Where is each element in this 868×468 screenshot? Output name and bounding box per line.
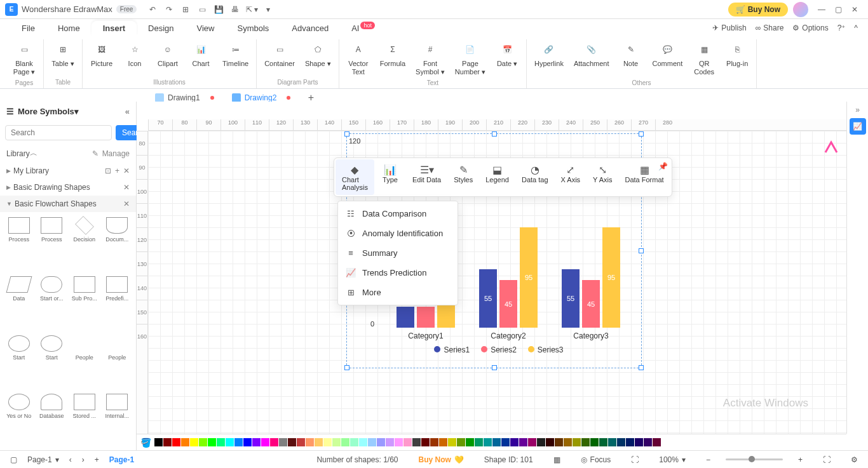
undo-button[interactable]: ↶ bbox=[144, 1, 161, 18]
color-swatch[interactable] bbox=[644, 438, 652, 446]
ribbon-note[interactable]: ✎Note bbox=[614, 39, 648, 78]
ai-corner-icon[interactable] bbox=[824, 140, 839, 155]
color-swatch[interactable] bbox=[510, 438, 519, 446]
color-swatch[interactable] bbox=[501, 438, 510, 446]
color-swatch[interactable] bbox=[208, 438, 216, 446]
ribbon-comment[interactable]: 💬Comment bbox=[648, 39, 688, 78]
color-swatch[interactable] bbox=[484, 438, 492, 446]
menu-trends-prediction[interactable]: 📈Trends Prediction bbox=[338, 263, 458, 283]
zoom-slider[interactable] bbox=[726, 458, 783, 460]
menu-more[interactable]: ⊞More bbox=[338, 283, 458, 302]
legend-item[interactable]: Series1 bbox=[434, 345, 470, 354]
color-swatch[interactable] bbox=[457, 438, 465, 446]
color-swatch[interactable] bbox=[377, 438, 385, 446]
pin-icon[interactable]: 📌 bbox=[658, 162, 668, 171]
ftb-chart-analysis[interactable]: ◆ChartAnalysis bbox=[336, 159, 374, 195]
resize-handle[interactable] bbox=[344, 365, 349, 370]
lib-plus-icon[interactable]: + bbox=[115, 166, 119, 175]
color-swatch[interactable] bbox=[297, 438, 305, 446]
resize-handle[interactable] bbox=[639, 365, 644, 370]
library-header[interactable]: Library ︿✎ Manage bbox=[0, 144, 136, 163]
manage-library[interactable]: ✎ Manage bbox=[92, 149, 130, 158]
resize-handle[interactable] bbox=[344, 131, 349, 137]
ribbon-picture[interactable]: 🖼Picture bbox=[85, 39, 118, 77]
ftb-styles[interactable]: ✎Styles bbox=[447, 159, 479, 195]
basic-flowchart-shapes[interactable]: ▼Basic Flowchart Shapes✕ bbox=[0, 196, 136, 212]
focus-button[interactable]: ◎ Focus bbox=[576, 455, 616, 464]
color-swatch[interactable] bbox=[199, 438, 207, 446]
bar[interactable]: 95 bbox=[602, 227, 620, 328]
color-swatch[interactable] bbox=[279, 438, 287, 446]
ribbon-icon[interactable]: ☆Icon bbox=[118, 39, 151, 77]
layers-button[interactable]: ▦ bbox=[548, 455, 566, 464]
ftb-edit-data[interactable]: ☰▾Edit Data bbox=[406, 159, 447, 195]
color-swatch[interactable] bbox=[315, 438, 323, 446]
color-swatch[interactable] bbox=[439, 438, 447, 446]
color-swatch[interactable] bbox=[555, 438, 563, 446]
shape-yesorno[interactable]: Yes or No bbox=[4, 391, 34, 448]
ribbon-timeline[interactable]: ≔Timeline bbox=[217, 39, 254, 77]
fullscreen-button[interactable]: ⛶ bbox=[818, 455, 836, 464]
color-swatch[interactable] bbox=[581, 438, 590, 446]
menu-advanced[interactable]: Advanced bbox=[280, 21, 340, 36]
maximize-button[interactable]: ▢ bbox=[830, 1, 846, 18]
menu-view[interactable]: View bbox=[186, 21, 226, 36]
color-swatch[interactable] bbox=[359, 438, 367, 446]
color-swatch[interactable] bbox=[448, 438, 456, 446]
menu-file[interactable]: File bbox=[10, 21, 46, 36]
prev-page-button[interactable]: ‹ bbox=[64, 455, 77, 464]
color-swatch[interactable] bbox=[466, 438, 474, 446]
color-swatch[interactable] bbox=[386, 438, 394, 446]
ribbon-page-number[interactable]: 📄PageNumber ▾ bbox=[450, 39, 491, 78]
color-swatch[interactable] bbox=[626, 438, 634, 446]
ribbon-plug-in[interactable]: ⎘Plug-in bbox=[721, 39, 754, 78]
buy-now-button[interactable]: 🛒 Buy Now bbox=[728, 3, 788, 17]
fill-tool-icon[interactable]: 🪣 bbox=[140, 438, 151, 448]
basic-drawing-shapes[interactable]: ▶Basic Drawing Shapes✕ bbox=[0, 179, 136, 196]
redo-button[interactable]: ↷ bbox=[161, 1, 177, 18]
zoom-out-button[interactable]: − bbox=[701, 455, 715, 464]
settings-status-button[interactable]: ⚙ bbox=[846, 455, 863, 464]
ribbon-shape[interactable]: ⬠Shape ▾ bbox=[300, 39, 336, 77]
color-swatch[interactable] bbox=[590, 438, 599, 446]
ftb-type[interactable]: 📊Type bbox=[374, 159, 406, 195]
shape-start[interactable]: Start bbox=[37, 333, 67, 389]
menu-design[interactable]: Design bbox=[137, 21, 185, 36]
color-swatch[interactable] bbox=[217, 438, 225, 446]
menu-ai[interactable]: AIhot bbox=[340, 21, 386, 36]
color-swatch[interactable] bbox=[608, 438, 616, 446]
more-qat[interactable]: ▾ bbox=[260, 1, 276, 18]
ftb-legend[interactable]: ⬓Legend bbox=[479, 159, 515, 195]
color-swatch[interactable] bbox=[234, 438, 243, 446]
bar[interactable]: 55 bbox=[562, 269, 580, 328]
color-swatch[interactable] bbox=[226, 438, 234, 446]
shape-process[interactable]: Process bbox=[37, 215, 67, 271]
bar[interactable]: 95 bbox=[520, 227, 538, 328]
color-swatch[interactable] bbox=[270, 438, 278, 446]
close-icon[interactable]: ✕ bbox=[123, 199, 130, 208]
ribbon-date[interactable]: 📅Date ▾ bbox=[491, 39, 524, 78]
bar[interactable]: 45 bbox=[582, 280, 600, 328]
shape-people[interactable]: People bbox=[102, 333, 133, 389]
menu-anomaly-identification[interactable]: ⦿Anomaly Identification bbox=[338, 224, 458, 243]
ribbon-table[interactable]: ⊞Table ▾ bbox=[46, 39, 79, 77]
open-button[interactable]: ▭ bbox=[194, 1, 210, 18]
canvas[interactable]: 7080901001101201301401501601701801902002… bbox=[137, 102, 846, 434]
page-selector[interactable]: Page-1 ▾ bbox=[22, 455, 64, 464]
buy-now-status[interactable]: Buy Now 💛 bbox=[414, 455, 469, 464]
color-swatch[interactable] bbox=[537, 438, 545, 446]
ftb-x-axis[interactable]: ⤢X Axis bbox=[555, 159, 587, 195]
color-swatch[interactable] bbox=[243, 438, 252, 446]
zoom-level[interactable]: 100% ▾ bbox=[654, 455, 691, 464]
shape-predefi[interactable]: Predefi... bbox=[102, 274, 133, 330]
color-swatch[interactable] bbox=[564, 438, 572, 446]
color-swatch[interactable] bbox=[430, 438, 438, 446]
shape-startor[interactable]: Start or... bbox=[37, 274, 67, 330]
resize-handle[interactable] bbox=[492, 131, 497, 137]
menu-home[interactable]: Home bbox=[46, 21, 92, 36]
chart-panel-button[interactable]: 📈 bbox=[850, 118, 866, 135]
bar[interactable] bbox=[417, 307, 435, 328]
color-swatch[interactable] bbox=[412, 438, 421, 446]
color-swatch[interactable] bbox=[252, 438, 261, 446]
legend-item[interactable]: Series3 bbox=[528, 345, 564, 354]
